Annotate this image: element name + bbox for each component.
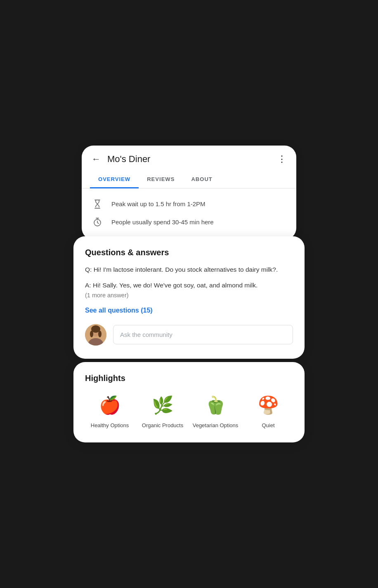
pepper-icon: 🫑 xyxy=(203,393,228,418)
mushroom-icon: 🍄 xyxy=(256,393,281,418)
organic-products-label: Organic Products xyxy=(142,422,183,429)
more-button[interactable]: ⋮ xyxy=(277,154,286,165)
apple-icon: 🍎 xyxy=(97,393,122,418)
vegetarian-options-label: Vegetarian Options xyxy=(193,422,239,429)
svg-point-5 xyxy=(90,331,93,337)
time-spent-text: People usually spend 30-45 min here xyxy=(111,219,214,226)
highlights-title: Highlights xyxy=(85,374,293,383)
more-answers-text: (1 more answer) xyxy=(85,292,293,299)
qa-section-title: Questions & answers xyxy=(85,248,293,257)
leaf-icon: 🌿 xyxy=(150,393,175,418)
highlight-organic-products: 🌿 Organic Products xyxy=(138,393,187,429)
wait-time-row: Peak wait up to 1.5 hr from 1-2PM xyxy=(92,195,286,213)
ask-community-row: Ask the community xyxy=(85,324,293,346)
ask-community-input[interactable]: Ask the community xyxy=(113,325,293,344)
wait-time-text: Peak wait up to 1.5 hr from 1-2PM xyxy=(111,200,206,207)
tab-overview[interactable]: OVERVIEW xyxy=(90,171,139,188)
qa-question-text: Q: Hi! I'm lactose intolerant. Do you st… xyxy=(85,265,293,275)
svg-point-6 xyxy=(98,331,102,337)
tab-reviews[interactable]: REVIEWS xyxy=(139,171,183,188)
info-section: Peak wait up to 1.5 hr from 1-2PM People… xyxy=(82,188,296,240)
quiet-label: Quiet xyxy=(262,422,274,429)
highlight-healthy-options: 🍎 Healthy Options xyxy=(85,393,135,429)
place-title: Mo's Diner xyxy=(107,154,271,165)
hourglass-icon xyxy=(92,198,103,210)
tab-about[interactable]: ABOUT xyxy=(183,171,220,188)
healthy-options-label: Healthy Options xyxy=(91,422,129,429)
see-all-questions-link[interactable]: See all questions (15) xyxy=(85,307,293,314)
tabs-bar: OVERVIEW REVIEWS ABOUT xyxy=(82,171,296,188)
back-button[interactable]: ← xyxy=(92,155,101,164)
highlights-grid: 🍎 Healthy Options 🌿 Organic Products 🫑 V… xyxy=(85,393,293,429)
qa-answer-text: A: Hi! Sally. Yes, we do! We've got soy,… xyxy=(85,280,293,290)
user-avatar xyxy=(85,324,106,346)
time-spent-row: People usually spend 30-45 min here xyxy=(92,213,286,231)
timer-icon xyxy=(92,216,103,228)
highlight-vegetarian-options: 🫑 Vegetarian Options xyxy=(191,393,240,429)
svg-point-7 xyxy=(92,326,100,331)
highlight-quiet: 🍄 Quiet xyxy=(243,393,293,429)
